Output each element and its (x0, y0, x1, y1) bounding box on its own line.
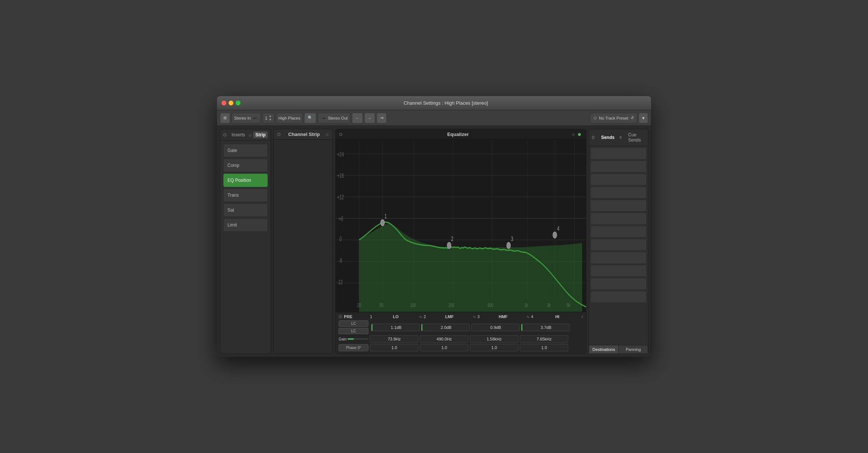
num-down-arrow[interactable]: ▼ (269, 118, 272, 121)
sends-slot-8 (591, 239, 647, 251)
refresh-icon: ↺ (630, 115, 634, 120)
destinations-button[interactable]: Destinations (589, 345, 619, 354)
eq-title: Equalizer (344, 132, 572, 137)
band1-gain[interactable]: 1.1dB (371, 324, 420, 331)
inserts-status-dot (223, 133, 226, 136)
band3-name: HMF (499, 314, 508, 319)
panning-button[interactable]: Panning (619, 345, 648, 354)
tab-strip[interactable]: Strip (253, 132, 268, 138)
svg-point-37 (553, 232, 557, 238)
strip-item-trans[interactable]: Trans (223, 189, 268, 202)
sends-slot-11 (591, 278, 647, 290)
svg-point-31 (381, 220, 385, 226)
band3-num: 3 (477, 314, 479, 319)
sends-slot-1 (591, 148, 647, 159)
preset-diamond-icon: ◇ (594, 115, 597, 120)
eq-header-diamond: ◇ (572, 132, 575, 136)
grid-view-button[interactable]: ⊞ (220, 113, 230, 123)
routing-button[interactable]: ⇥ (377, 113, 387, 123)
channel-strip-diamond: ◇ (326, 132, 329, 136)
band2-q[interactable]: 1.0 (420, 344, 468, 351)
dropdown-button[interactable]: ▼ (639, 113, 648, 123)
sends-slot-2 (591, 161, 647, 172)
lc1-button[interactable]: LC (339, 320, 368, 327)
channel-name-selector[interactable]: High Places (276, 113, 303, 123)
sends-slot-4 (591, 187, 647, 199)
channel-num: 1 (265, 116, 267, 120)
left-panel: Inserts ◇ Strip Gate Comp EQ Position Tr… (220, 129, 271, 354)
pre-label: PRE (344, 314, 352, 319)
band1-num: 1 (370, 314, 372, 319)
close-button[interactable] (221, 101, 226, 105)
strip-item-limit[interactable]: Limit (223, 218, 268, 232)
band1-name: LO (393, 314, 399, 319)
sends-bottom: Destinations Panning (589, 345, 648, 354)
band4-type-icon: √ (581, 315, 584, 319)
svg-point-35 (507, 243, 511, 249)
search-button[interactable]: 🔍 (304, 113, 316, 123)
nav-forward-button[interactable]: → (364, 113, 375, 123)
eq-graph: +24 +18 +12 +6 0 -6 -12 20 50 100 200 (336, 140, 586, 312)
band3-freq[interactable]: 1.58kHz (470, 335, 518, 343)
output-label: Stereo Out (328, 116, 347, 120)
svg-text:+24: +24 (337, 151, 344, 158)
tab-cue-sends[interactable]: Cue Sends (625, 132, 645, 143)
channel-strip-body (274, 140, 333, 354)
phase-button[interactable]: Phase 0° (339, 344, 368, 351)
band1-type-icon: ∿ (419, 315, 422, 319)
mixer-panel: C M S L E 6 (651, 129, 651, 354)
band3-q[interactable]: 1.0 (470, 344, 518, 351)
main-content: Inserts ◇ Strip Gate Comp EQ Position Tr… (217, 126, 651, 357)
band3-type-icon: ∿ (526, 315, 529, 319)
band1-freq[interactable]: 73.9Hz (370, 335, 418, 343)
channel-strip-title: Channel Strip (282, 132, 326, 137)
band2-num: 2 (424, 314, 426, 319)
nav-back-button[interactable]: ← (352, 113, 363, 123)
grid-icon: ⊞ (223, 115, 227, 120)
tab-sends[interactable]: Sends (598, 134, 617, 141)
band1-q[interactable]: 1.0 (370, 344, 418, 351)
eq-canvas: +24 +18 +12 +6 0 -6 -12 20 50 100 200 (336, 140, 586, 312)
svg-text:2: 2 (451, 235, 453, 243)
minimize-button[interactable] (229, 101, 233, 105)
sends-slot-9 (591, 252, 647, 264)
band2-freq[interactable]: 490.0Hz (420, 335, 468, 343)
channel-strip-panel: Channel Strip ◇ (273, 129, 333, 354)
output-selector[interactable]: → Stereo Out (318, 113, 350, 123)
band4-freq[interactable]: 7.65kHz (520, 335, 568, 343)
channel-strip-dot (277, 133, 280, 136)
sends-slot-6 (591, 213, 647, 225)
svg-text:4: 4 (557, 225, 560, 232)
preset-selector[interactable]: ◇ No Track Preset ↺ (590, 113, 637, 123)
svg-text:+12: +12 (337, 194, 344, 201)
channel-name-label: High Places (279, 116, 301, 120)
num-up-arrow[interactable]: ▲ (269, 115, 272, 118)
band3-gain[interactable]: 0.9dB (471, 324, 520, 331)
strip-item-gate[interactable]: Gate (223, 144, 268, 157)
arrow-right-icon: → (320, 115, 326, 121)
strip-items: Gate Comp EQ Position Trans Sat Limit (220, 141, 271, 235)
strip-item-sat[interactable]: Sat (223, 203, 268, 217)
svg-text:+6: +6 (339, 215, 343, 222)
preset-label: No Track Preset (599, 116, 628, 120)
band4-gain[interactable]: 3.7dB (521, 324, 570, 331)
fullscreen-button[interactable] (236, 101, 240, 105)
svg-point-33 (447, 243, 452, 249)
sends-panel: Sends Cue Sends Destinations Pa (589, 129, 648, 354)
channel-strip-header: Channel Strip ◇ (274, 129, 333, 140)
strip-item-comp[interactable]: Comp (223, 159, 268, 172)
strip-item-eq-position[interactable]: EQ Position (223, 174, 268, 187)
pre-dot[interactable] (339, 315, 342, 319)
window-title: Channel Settings : High Places [stereo] (245, 100, 647, 106)
lc2-button[interactable]: LC (339, 328, 368, 334)
eq-header-dot (339, 133, 342, 136)
toolbar: ⊞ Stereo In ← 1 ▲ ▼ High Places 🔍 → Ster… (217, 110, 651, 126)
channel-num-selector[interactable]: 1 ▲ ▼ (262, 113, 274, 123)
gain-label: Gain (339, 337, 346, 341)
band2-gain[interactable]: 2.0dB (421, 324, 470, 331)
sends-slot-12 (591, 291, 647, 303)
tab-inserts[interactable]: Inserts (229, 132, 247, 138)
gain-slider[interactable] (347, 338, 368, 340)
input-selector[interactable]: Stereo In ← (232, 113, 261, 123)
band4-q[interactable]: 1.0 (520, 344, 568, 351)
